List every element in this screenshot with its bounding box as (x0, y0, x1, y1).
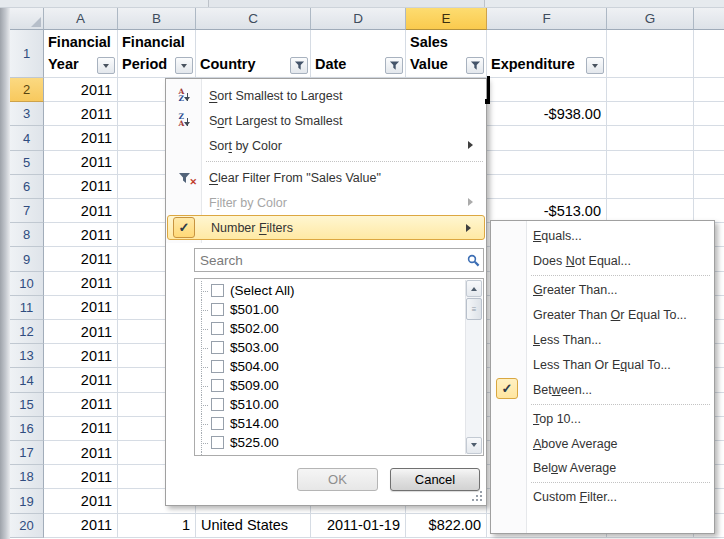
column-header-c[interactable]: C (196, 8, 311, 30)
resize-grip[interactable] (471, 491, 482, 502)
header-cell-financial-period[interactable]: Financial Period (118, 30, 196, 78)
cancel-button[interactable]: Cancel (390, 468, 480, 491)
cell-A14[interactable]: 2011 (44, 368, 118, 392)
submenu-item-below-average[interactable]: Below Average (491, 456, 714, 481)
checkbox[interactable] (211, 284, 224, 297)
scroll-down-button[interactable] (466, 437, 482, 454)
header-cell-expenditure[interactable]: Expenditure (487, 30, 607, 78)
filter-funnel-button-sales-value[interactable] (466, 57, 484, 74)
column-header-g[interactable]: G (607, 8, 694, 30)
row-header-18[interactable]: 18 (10, 465, 44, 489)
cell-F2[interactable] (487, 78, 607, 102)
checkbox[interactable] (211, 303, 224, 316)
submenu-item-equals[interactable]: Equals... (491, 224, 714, 249)
list-item[interactable]: $514.00 (198, 414, 463, 433)
list-item[interactable]: $525.00 (198, 433, 463, 452)
row-header-17[interactable]: 17 (10, 441, 44, 465)
cell-A7[interactable]: 2011 (44, 199, 118, 223)
list-item[interactable]: $501.00 (198, 300, 463, 319)
cell-A10[interactable]: 2011 (44, 272, 118, 296)
row-header-4[interactable]: 4 (10, 126, 44, 150)
cell-A18[interactable]: 2011 (44, 465, 118, 489)
row-header-11[interactable]: 11 (10, 296, 44, 320)
cell-F5[interactable] (487, 151, 607, 175)
cell-F6[interactable] (487, 175, 607, 199)
list-item[interactable]: $503.00 (198, 338, 463, 357)
column-header-f[interactable]: F (487, 8, 607, 30)
checkbox[interactable] (211, 322, 224, 335)
checkbox[interactable] (211, 341, 224, 354)
row-header-6[interactable]: 6 (10, 175, 44, 199)
cell-A19[interactable]: 2011 (44, 489, 118, 513)
filter-funnel-button-date[interactable] (385, 57, 403, 74)
menu-item-sort-largest-to-smallest[interactable]: ZASort Largest to Smallest (166, 108, 486, 133)
filter-dropdown-button-financial-year[interactable] (97, 57, 115, 74)
cell-B20[interactable]: 1 (118, 514, 196, 538)
list-item[interactable]: $502.00 (198, 319, 463, 338)
cell-A13[interactable]: 2011 (44, 344, 118, 368)
row-header-20[interactable]: 20 (10, 514, 44, 538)
search-icon[interactable] (463, 254, 483, 267)
list-item[interactable]: $504.00 (198, 357, 463, 376)
row-header-16[interactable]: 16 (10, 417, 44, 441)
row-header-10[interactable]: 10 (10, 272, 44, 296)
menu-item-sort-by-color[interactable]: Sort by Color (166, 133, 486, 158)
row-header-5[interactable]: 5 (10, 151, 44, 175)
cell-A6[interactable]: 2011 (44, 175, 118, 199)
checkbox[interactable] (211, 436, 224, 449)
scroll-up-button[interactable] (466, 280, 482, 297)
submenu-item-less-than-or-equal-to[interactable]: Less Than Or Equal To... (491, 352, 714, 377)
cell-C20[interactable]: United States (196, 514, 311, 538)
row-header-7[interactable]: 7 (10, 199, 44, 223)
column-header-d[interactable]: D (311, 8, 406, 30)
submenu-item-above-average[interactable]: Above Average (491, 431, 714, 456)
row-header-2[interactable]: 2 (10, 78, 44, 102)
submenu-item-greater-than-or-equal-to[interactable]: Greater Than Or Equal To... (491, 303, 714, 328)
submenu-item-does-not-equal[interactable]: Does Not Equal... (491, 249, 714, 274)
filter-dropdown-button-financial-period[interactable] (175, 57, 193, 74)
cell-F4[interactable] (487, 126, 607, 150)
cell-A9[interactable]: 2011 (44, 247, 118, 271)
menu-item-clear-filter[interactable]: ✕Clear Filter From "Sales Value" (166, 165, 486, 190)
filter-dropdown-button-expenditure[interactable] (586, 57, 604, 74)
filter-funnel-button-country[interactable] (290, 57, 308, 74)
checkbox[interactable] (211, 417, 224, 430)
menu-item-sort-smallest-to-largest[interactable]: AZSort Smallest to Largest (166, 83, 486, 108)
list-item[interactable]: (Select All) (198, 281, 463, 300)
row-header-13[interactable]: 13 (10, 344, 44, 368)
cell-A3[interactable]: 2011 (44, 102, 118, 126)
cell-A5[interactable]: 2011 (44, 151, 118, 175)
submenu-item-greater-than[interactable]: Greater Than... (491, 278, 714, 303)
header-cell-sales-value[interactable]: Sales Value (406, 30, 487, 78)
search-input[interactable] (195, 253, 463, 268)
header-cell-country[interactable]: Country (196, 30, 311, 78)
cell-G4[interactable] (607, 126, 694, 150)
cell-A4[interactable]: 2011 (44, 126, 118, 150)
menu-item-number-filters[interactable]: ✓Number Filters (167, 215, 485, 240)
row-header-8[interactable]: 8 (10, 223, 44, 247)
cell-A2[interactable]: 2011 (44, 78, 118, 102)
row-header-9[interactable]: 9 (10, 247, 44, 271)
column-header-e[interactable]: E (406, 8, 487, 30)
row-header-1[interactable]: 1 (10, 30, 44, 78)
cell-A17[interactable]: 2011 (44, 441, 118, 465)
row-header-3[interactable]: 3 (10, 102, 44, 126)
cell-E20[interactable]: $822.00 (406, 514, 487, 538)
submenu-item-top-10[interactable]: Top 10... (491, 406, 714, 431)
list-item[interactable]: $509.00 (198, 376, 463, 395)
submenu-item-between[interactable]: ✓Between... (491, 377, 714, 402)
cell-F3[interactable]: -$938.00 (487, 102, 607, 126)
scrollbar[interactable]: ≡ (465, 280, 482, 454)
cell-G6[interactable] (607, 175, 694, 199)
cell-A12[interactable]: 2011 (44, 320, 118, 344)
header-cell-g[interactable] (607, 30, 694, 78)
scrollbar-thumb[interactable]: ≡ (466, 298, 482, 320)
submenu-item-less-than[interactable]: Less Than... (491, 328, 714, 353)
row-header-15[interactable]: 15 (10, 393, 44, 417)
cell-A15[interactable]: 2011 (44, 393, 118, 417)
column-header-b[interactable]: B (118, 8, 196, 30)
cell-A11[interactable]: 2011 (44, 296, 118, 320)
checkbox[interactable] (211, 360, 224, 373)
header-cell-financial-year[interactable]: Financial Year (44, 30, 118, 78)
cell-A8[interactable]: 2011 (44, 223, 118, 247)
